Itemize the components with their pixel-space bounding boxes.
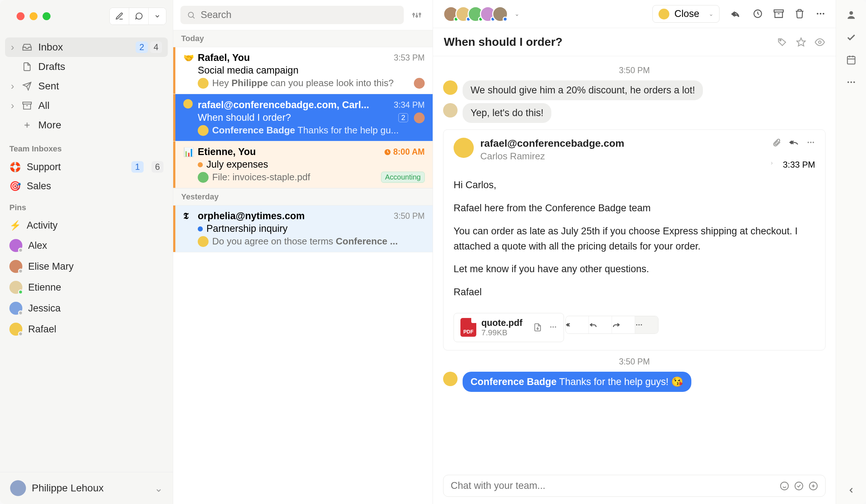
svg-rect-2 bbox=[23, 102, 31, 104]
chat-message: We should give him a 20% discount, he or… bbox=[443, 80, 826, 100]
composer[interactable] bbox=[443, 475, 826, 497]
current-user[interactable]: Philippe Lehoux ⌄ bbox=[0, 472, 173, 504]
conversation-item[interactable]: 🤝 Rafael, You 3:53 PM Social media campa… bbox=[173, 47, 433, 94]
chat-bubble: Yep, let's do this! bbox=[463, 103, 551, 123]
conv-subject: Partnership inquiry bbox=[206, 223, 288, 234]
expand-icon[interactable]: › bbox=[771, 160, 773, 166]
watch-icon[interactable] bbox=[815, 37, 825, 47]
pin-elise[interactable]: Elise Mary bbox=[0, 256, 173, 277]
conv-time: 3:34 PM bbox=[394, 100, 425, 110]
avatar bbox=[9, 239, 22, 252]
star-icon[interactable] bbox=[796, 37, 806, 47]
label-chip: Accounting bbox=[381, 172, 425, 183]
svg-point-30 bbox=[555, 326, 556, 328]
avatar-icon bbox=[183, 99, 193, 111]
conversation-item-selected[interactable]: rafael@conferencebadge.com, Carl... 3:34… bbox=[173, 94, 433, 141]
zoom-window[interactable] bbox=[43, 12, 51, 20]
svg-point-6 bbox=[188, 12, 193, 17]
more-icon[interactable] bbox=[846, 77, 856, 87]
svg-point-23 bbox=[819, 41, 821, 43]
minimize-window[interactable] bbox=[30, 12, 38, 20]
tasks-icon[interactable] bbox=[846, 32, 856, 43]
pin-etienne[interactable]: Etienne bbox=[0, 277, 173, 298]
conv-from: rafael@conferencebadge.com, Carl... bbox=[198, 100, 389, 111]
thread-actions bbox=[731, 9, 826, 19]
conversation-item-snoozed[interactable]: 📊 Etienne, You 8:00 AM July expenses Fil… bbox=[173, 141, 433, 188]
chevron-right-icon: › bbox=[11, 100, 19, 111]
trash-icon[interactable] bbox=[795, 9, 805, 19]
add-icon[interactable] bbox=[809, 481, 818, 491]
more-icon[interactable] bbox=[806, 138, 815, 147]
conv-subject: Social media campaign bbox=[198, 65, 425, 76]
svg-point-25 bbox=[810, 142, 812, 143]
snooze-icon[interactable] bbox=[753, 9, 763, 19]
more-icon[interactable] bbox=[815, 9, 826, 19]
conv-subject: July expenses bbox=[206, 159, 268, 170]
chat-message: Yep, let's do this! bbox=[443, 103, 826, 123]
avatar bbox=[414, 112, 425, 123]
svg-point-47 bbox=[850, 81, 852, 83]
reply-all-icon[interactable] bbox=[731, 9, 742, 19]
more-icon[interactable] bbox=[549, 323, 557, 332]
composer-input[interactable] bbox=[451, 480, 775, 491]
thread-count: 2 bbox=[398, 113, 408, 122]
svg-point-32 bbox=[638, 324, 640, 326]
emoji-icon[interactable] bbox=[780, 481, 789, 491]
pdf-icon: PDF bbox=[460, 318, 476, 337]
nav-sent[interactable]: › Sent bbox=[5, 76, 168, 96]
reply-all-button[interactable] bbox=[566, 316, 589, 333]
svg-point-19 bbox=[820, 13, 822, 14]
profile-icon[interactable] bbox=[846, 9, 857, 20]
attachment-icon[interactable] bbox=[773, 138, 781, 147]
accent-bar bbox=[173, 205, 175, 252]
chevron-down-icon[interactable]: ⌄ bbox=[515, 10, 519, 17]
attachment[interactable]: PDF quote.pdf 7.99KB bbox=[454, 313, 564, 342]
avatar bbox=[443, 80, 458, 95]
source-icon: 𝕿 bbox=[183, 211, 193, 221]
pin-alex[interactable]: Alex bbox=[0, 235, 173, 256]
pin-rafael[interactable]: Rafael bbox=[0, 319, 173, 340]
reply-all-icon[interactable] bbox=[789, 138, 799, 147]
download-icon[interactable] bbox=[533, 323, 542, 332]
close-dropdown[interactable]: Close ⌄ bbox=[652, 5, 720, 23]
compose-button[interactable] bbox=[110, 8, 129, 25]
svg-point-31 bbox=[636, 324, 638, 326]
team-sales[interactable]: 🎯 Sales bbox=[0, 177, 173, 196]
nav-inbox[interactable]: › Inbox 2 4 bbox=[5, 37, 168, 57]
reply-button[interactable] bbox=[589, 316, 612, 333]
team-support[interactable]: 🛟 Support 1 6 bbox=[0, 157, 173, 177]
forward-button[interactable] bbox=[612, 316, 635, 333]
pin-jessica[interactable]: Jessica bbox=[0, 298, 173, 319]
filter-button[interactable] bbox=[408, 6, 425, 24]
pin-activity[interactable]: ⚡ Activity bbox=[0, 216, 173, 235]
team-label: Support bbox=[27, 162, 123, 173]
accent-bar bbox=[173, 141, 175, 188]
sidebar-menu-button[interactable] bbox=[149, 8, 166, 25]
reply-buttons bbox=[565, 316, 659, 334]
archive-icon[interactable] bbox=[774, 9, 784, 19]
count-badge: 4 bbox=[150, 41, 162, 53]
avatar bbox=[414, 78, 425, 89]
nav-drafts[interactable]: Drafts bbox=[5, 57, 168, 76]
tag-icon[interactable] bbox=[777, 37, 787, 47]
chevron-right-icon: › bbox=[11, 41, 19, 53]
search-input-wrap[interactable] bbox=[180, 6, 404, 24]
collapse-icon[interactable] bbox=[847, 486, 856, 495]
status-dot bbox=[198, 162, 203, 167]
nav-all[interactable]: › All bbox=[5, 96, 168, 115]
messages: 3:50 PM We should give him a 20% discoun… bbox=[433, 56, 836, 504]
nav-more[interactable]: More bbox=[5, 115, 168, 135]
conversation-item[interactable]: 𝕿 orphelia@nytimes.com 3:50 PM Partnersh… bbox=[173, 205, 433, 252]
more-button[interactable] bbox=[635, 316, 658, 333]
close-window[interactable] bbox=[17, 12, 25, 20]
new-thread-button[interactable] bbox=[129, 8, 149, 25]
email-message: rafael@conferencebadge.com Carlos Ramire… bbox=[443, 129, 826, 350]
conv-preview: File: invoices-staple.pdf bbox=[212, 172, 377, 183]
search-input[interactable] bbox=[201, 9, 397, 21]
calendar-icon[interactable] bbox=[846, 55, 856, 65]
svg-point-33 bbox=[641, 324, 642, 326]
avatar bbox=[10, 480, 26, 496]
task-icon[interactable] bbox=[794, 481, 804, 491]
timestamp: 3:50 PM bbox=[443, 66, 826, 75]
participants[interactable] bbox=[443, 6, 508, 22]
